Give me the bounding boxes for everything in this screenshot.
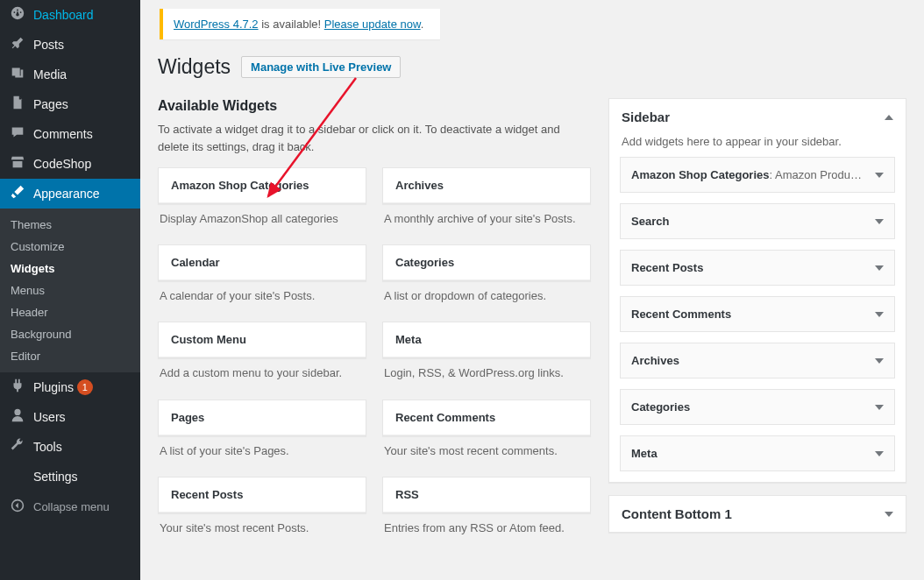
available-widget-calendar[interactable]: Calendar	[158, 244, 366, 281]
widget-description: A list or dropdown of categories.	[382, 281, 591, 313]
available-widget-recent-comments[interactable]: Recent Comments	[382, 400, 591, 436]
widget-title: Recent Comments	[383, 400, 590, 435]
widget-description: Add a custom menu to your sidebar.	[158, 358, 366, 390]
pages-icon	[9, 95, 26, 114]
widget-title: Custom Menu	[159, 322, 366, 357]
submenu-item-background[interactable]: Background	[0, 323, 140, 345]
menu-label: Posts	[33, 38, 64, 52]
menu-label: Tools	[33, 440, 62, 454]
available-widget-custom-menu[interactable]: Custom Menu	[158, 322, 366, 358]
widget-title: Archives	[383, 168, 590, 203]
menu-item-dashboard[interactable]: Dashboard	[0, 0, 140, 30]
chevron-down-icon	[875, 219, 884, 224]
sidebar-widget-categories[interactable]: Categories	[620, 389, 895, 425]
sidebar-widget-recent-posts[interactable]: Recent Posts	[620, 250, 895, 286]
submenu-appearance: ThemesCustomizeWidgetsMenusHeaderBackgro…	[0, 209, 140, 372]
manage-live-preview-button[interactable]: Manage with Live Preview	[241, 56, 401, 78]
media-icon	[9, 65, 26, 84]
chevron-down-icon	[885, 512, 893, 517]
menu-item-tools[interactable]: Tools	[0, 432, 140, 462]
content-area: WordPress 4.7.2 is available! Please upd…	[140, 0, 924, 580]
menu-item-plugins[interactable]: Plugins1	[0, 372, 140, 402]
menu-label: Pages	[33, 97, 68, 111]
sidebar-widget-archives[interactable]: Archives	[620, 343, 895, 378]
submenu-item-customize[interactable]: Customize	[0, 236, 140, 258]
collapse-icon	[9, 499, 26, 515]
available-widget-rss[interactable]: RSS	[382, 477, 591, 513]
menu-item-users[interactable]: Users	[0, 402, 140, 432]
widget-title: Categories	[383, 245, 590, 280]
menu-item-appearance[interactable]: Appearance	[0, 179, 140, 209]
update-notice: WordPress 4.7.2 is available! Please upd…	[160, 9, 440, 39]
widget-title: Recent Posts	[159, 477, 366, 513]
menu-label: Appearance	[33, 187, 100, 201]
submenu-item-editor[interactable]: Editor	[0, 345, 140, 367]
available-widget-categories[interactable]: Categories	[382, 244, 591, 281]
submenu-item-themes[interactable]: Themes	[0, 214, 140, 236]
chevron-down-icon	[875, 173, 884, 178]
sidebar-widget-recent-comments[interactable]: Recent Comments	[620, 296, 895, 332]
widget-description: Login, RSS, & WordPress.org links.	[382, 358, 591, 390]
appearance-icon	[9, 184, 26, 203]
submenu-item-menus[interactable]: Menus	[0, 279, 140, 301]
chevron-down-icon	[875, 265, 884, 271]
menu-label: Users	[33, 410, 66, 424]
sidebar-widget-title: Search	[631, 215, 669, 228]
available-widget-amazon-shop-categories[interactable]: Amazon Shop Categories	[158, 167, 366, 204]
sidebar-widget-meta[interactable]: Meta	[620, 435, 895, 471]
sidebar-widget-title: Amazon Shop Categories	[631, 168, 769, 181]
chevron-down-icon	[875, 312, 884, 317]
widget-description: Your site's most recent Posts.	[158, 513, 366, 545]
available-widget-recent-posts[interactable]: Recent Posts	[158, 477, 366, 513]
widget-area-title: Content Bottom 1	[622, 506, 732, 521]
menu-label: Dashboard	[33, 8, 94, 22]
available-widget-archives[interactable]: Archives	[382, 167, 591, 204]
chevron-down-icon	[875, 405, 884, 410]
menu-item-media[interactable]: Media	[0, 60, 140, 89]
posts-icon	[9, 35, 26, 54]
menu-label: Settings	[33, 470, 78, 484]
chevron-up-icon	[885, 115, 893, 120]
sidebar-widget-amazon-shop-categories[interactable]: Amazon Shop Categories: Amazon Produ…	[620, 157, 895, 193]
submenu-item-widgets[interactable]: Widgets	[0, 258, 140, 279]
widget-title: RSS	[383, 477, 590, 513]
sidebar-widget-title: Meta	[631, 447, 657, 460]
widget-description: Your site's most recent comments.	[382, 436, 591, 468]
widget-area-content-bottom-1: Content Bottom 1	[608, 495, 906, 533]
available-widget-pages[interactable]: Pages	[158, 400, 366, 436]
menu-item-settings[interactable]: Settings	[0, 462, 140, 492]
settings-icon	[9, 467, 26, 486]
widget-title: Meta	[383, 322, 590, 357]
admin-menu: DashboardPostsMediaPagesCommentsCodeShop…	[0, 0, 140, 580]
widget-area-toggle[interactable]: Sidebar	[609, 99, 906, 135]
sidebar-widget-title: Recent Comments	[631, 308, 731, 321]
update-version-link[interactable]: WordPress 4.7.2	[174, 18, 259, 31]
menu-item-posts[interactable]: Posts	[0, 30, 140, 60]
sidebar-widget-title: Archives	[631, 354, 679, 367]
available-widget-meta[interactable]: Meta	[382, 322, 591, 358]
widget-area-desc: Add widgets here to appear in your sideb…	[609, 135, 906, 157]
menu-item-comments[interactable]: Comments	[0, 119, 140, 149]
sidebar-widget-search[interactable]: Search	[620, 203, 895, 239]
widget-area-toggle[interactable]: Content Bottom 1	[609, 496, 906, 532]
menu-label: Media	[33, 67, 67, 81]
widget-title: Pages	[159, 400, 366, 435]
chevron-down-icon	[875, 451, 884, 456]
update-now-link[interactable]: Please update now	[324, 18, 421, 31]
dashboard-icon	[9, 5, 26, 25]
menu-item-pages[interactable]: Pages	[0, 89, 140, 119]
submenu-item-header[interactable]: Header	[0, 301, 140, 323]
menu-item-codeshop[interactable]: CodeShop	[0, 149, 140, 179]
menu-label: Plugins	[33, 380, 74, 394]
menu-label: CodeShop	[33, 157, 91, 171]
tools-icon	[9, 437, 26, 456]
collapse-menu-button[interactable]: Collapse menu	[0, 492, 140, 521]
widget-area-title: Sidebar	[622, 110, 670, 124]
plugins-update-badge: 1	[77, 379, 93, 395]
page-title: Widgets	[158, 55, 231, 79]
comments-icon	[9, 124, 26, 144]
menu-label: Comments	[33, 127, 93, 141]
sidebar-widget-title: Categories	[631, 400, 690, 414]
update-notice-text: is available!	[259, 18, 324, 31]
sidebar-widget-title: Recent Posts	[631, 261, 703, 274]
